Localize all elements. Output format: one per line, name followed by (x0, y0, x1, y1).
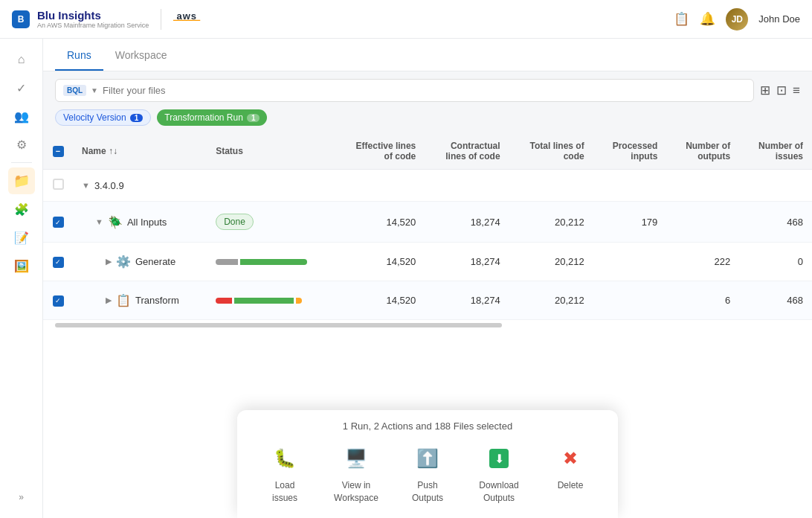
delete-icon: ✖ (554, 442, 587, 475)
view-workspace-icon: 🖥️ (340, 442, 373, 475)
col-num-outputs: Number ofoutputs (666, 133, 739, 170)
sidebar-item-plugin[interactable]: 🧩 (8, 196, 35, 223)
generate-icon: ⚙️ (116, 255, 131, 269)
transform-progress (216, 298, 325, 304)
sidebar-item-tasks[interactable]: ✓ (8, 74, 35, 101)
load-issues-action[interactable]: 🐛 Loadissues (258, 442, 312, 505)
load-issues-icon: 🐛 (268, 442, 301, 475)
sidebar-item-home[interactable]: ⌂ (8, 46, 35, 73)
expand-generate-icon[interactable]: ▶ (106, 257, 112, 266)
tag-transformation-count: 1 (247, 114, 260, 122)
bql-badge: BQL (63, 85, 86, 96)
col-status: Status (207, 133, 334, 170)
footer-action-bar: 1 Run, 2 Actions and 188 Files selected … (237, 410, 618, 518)
sidebar-item-folder[interactable]: 📁 (8, 167, 35, 194)
table-row: ✓ ▼ 🪲 All Inputs Done (43, 202, 812, 243)
all-inputs-label: All Inputs (127, 217, 167, 228)
avatar[interactable]: JD (726, 8, 748, 31)
col-processed-inputs: Processedinputs (593, 133, 667, 170)
transform-icon: 📋 (116, 293, 131, 307)
tree-view-icon[interactable]: ⊞ (760, 83, 770, 98)
messages-icon[interactable]: 📋 (674, 11, 689, 27)
table-row: ▼ 3.4.0.9 (43, 170, 812, 202)
row-name-version: ▼ 3.4.0.9 (82, 180, 198, 191)
tab-runs[interactable]: Runs (55, 39, 103, 71)
logo-area: B Blu Insights An AWS Mainframe Migratio… (12, 9, 200, 30)
download-outputs-label: DownloadOutputs (479, 479, 518, 505)
app-subtitle: An AWS Mainframe Migration Service (37, 22, 149, 29)
col-num-issues: Number ofissues (739, 133, 812, 170)
select-all-checkbox[interactable]: − (53, 146, 64, 157)
filter-input[interactable] (103, 85, 746, 96)
col-contractual-loc: Contractuallines of code (425, 133, 509, 170)
menu-icon[interactable]: ≡ (793, 83, 800, 98)
col-name: Name ↑↓ (73, 133, 207, 170)
footer-summary: 1 Run, 2 Actions and 188 Files selected (258, 421, 597, 432)
push-outputs-label: PushOutputs (412, 479, 443, 505)
sidebar: ⌂ ✓ 👥 ⚙ 📁 🧩 📝 🖼️ » (0, 39, 43, 518)
row-checkbox-version[interactable] (53, 179, 64, 190)
sidebar-item-users[interactable]: 👥 (8, 103, 35, 130)
row-name-all-inputs: ▼ 🪲 All Inputs (95, 215, 198, 229)
blu-square-icon: B (12, 10, 30, 28)
col-effective-loc: Effective linesof code (334, 133, 425, 170)
expand-version-icon[interactable]: ▼ (82, 181, 90, 190)
row-name-generate: ▶ ⚙️ Generate (106, 255, 198, 269)
version-label: 3.4.0.9 (94, 180, 124, 191)
sidebar-divider (11, 162, 32, 163)
generate-progress (216, 259, 325, 265)
download-outputs-action[interactable]: ⬇ DownloadOutputs (472, 442, 526, 505)
tag-velocity[interactable]: Velocity Version 1 (55, 109, 151, 126)
sidebar-item-settings[interactable]: ⚙ (8, 131, 35, 158)
row-name-transform: ▶ 📋 Transform (106, 293, 198, 307)
row-checkbox-generate[interactable]: ✓ (53, 257, 64, 268)
sidebar-item-notes[interactable]: 📝 (8, 224, 35, 251)
tag-transformation[interactable]: Transformation Run 1 (157, 109, 267, 126)
filter-input-wrap[interactable]: BQL ▼ (55, 79, 754, 102)
filter-arrow-icon: ▼ (91, 86, 98, 95)
sidebar-expand-btn[interactable]: » (8, 484, 35, 511)
tab-workspace[interactable]: Workspace (103, 39, 179, 71)
columns-icon[interactable]: ⊡ (776, 83, 787, 98)
push-outputs-icon: ⬆️ (411, 442, 444, 475)
delete-action[interactable]: ✖ Delete (544, 442, 597, 505)
tag-velocity-count: 1 (130, 114, 144, 122)
footer-actions: 🐛 Loadissues 🖥️ View inWorkspace ⬆️ Push… (258, 442, 597, 505)
tag-transformation-label: Transformation Run (164, 112, 243, 123)
view-workspace-action[interactable]: 🖥️ View inWorkspace (329, 442, 383, 505)
app-title-wrap: Blu Insights An AWS Mainframe Migration … (37, 9, 149, 29)
all-inputs-icon: 🪲 (108, 215, 123, 229)
expand-all-inputs-icon[interactable]: ▼ (95, 217, 103, 226)
delete-label: Delete (558, 479, 584, 492)
aws-logo: aws ▔▔▔▔▔▔ (173, 11, 200, 27)
username: John Doe (758, 13, 800, 25)
status-done-badge: Done (216, 214, 254, 230)
app-title: Blu Insights (37, 9, 101, 22)
expand-transform-icon[interactable]: ▶ (106, 295, 112, 305)
push-outputs-action[interactable]: ⬆️ PushOutputs (401, 442, 454, 505)
main-content: Runs Workspace BQL ▼ ⊞ ⊡ ≡ Velocity Vers… (43, 39, 812, 518)
download-outputs-icon: ⬇ (483, 442, 515, 475)
tags-bar: Velocity Version 1 Transformation Run 1 (43, 109, 812, 133)
table-row: ✓ ▶ ⚙️ Generate (43, 243, 812, 281)
generate-label: Generate (135, 256, 175, 267)
view-workspace-label: View inWorkspace (334, 479, 378, 505)
row-checkbox-all-inputs[interactable]: ✓ (53, 217, 64, 228)
notifications-icon[interactable]: 🔔 (700, 11, 715, 27)
row-checkbox-transform[interactable]: ✓ (53, 295, 64, 307)
horizontal-scrollbar[interactable] (55, 323, 502, 327)
table-row: ✓ ▶ 📋 Transform (43, 281, 812, 320)
filter-bar: BQL ▼ ⊞ ⊡ ≡ (43, 71, 812, 109)
aws-divider (161, 9, 161, 30)
tag-velocity-label: Velocity Version (63, 112, 126, 123)
transform-label: Transform (135, 295, 179, 306)
load-issues-label: Loadissues (272, 479, 297, 505)
tab-bar: Runs Workspace (43, 39, 812, 71)
col-total-loc: Total lines ofcode (509, 133, 593, 170)
sidebar-item-image[interactable]: 🖼️ (8, 252, 35, 279)
